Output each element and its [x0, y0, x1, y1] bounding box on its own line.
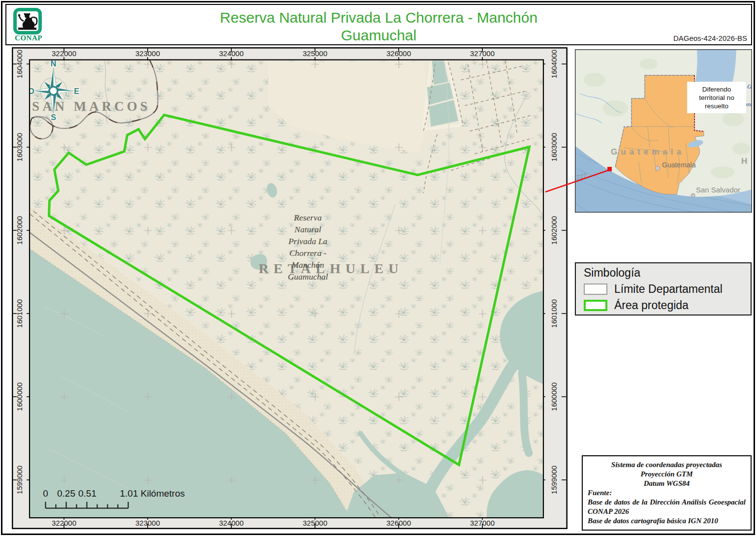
x-tick: 325000 [303, 519, 327, 527]
city-dot [691, 193, 695, 197]
source-label: Fuente: [588, 488, 746, 498]
svg-text:resuelto: resuelto [705, 102, 728, 110]
svg-text:Reserva: Reserva [293, 213, 322, 222]
y-tick: 1603000 [550, 133, 558, 161]
legend-item-protected: Área protegida [584, 299, 751, 312]
inset-country-label: Guatemala [611, 147, 685, 157]
legend-label: Límite Departamental [614, 283, 723, 296]
y-tick: 1602000 [15, 216, 24, 245]
y-tick: 1600000 [15, 382, 24, 411]
svg-text:territorial no: territorial no [699, 94, 734, 101]
header-bar: CONAP Reserva Natural Privada La Chorrer… [5, 4, 752, 45]
credits-box: Sistema de coordenadas proyectadas Proye… [582, 455, 752, 531]
compass-s: S [51, 113, 56, 122]
svg-text:0.51: 0.51 [78, 488, 96, 499]
y-tick: 1604000 [15, 50, 24, 78]
map-canvas: N S E O SAN MARCOS RETALHULEU Reserva Na… [28, 60, 561, 518]
title-line-1: Reserva Natural Privada La Chorrera - Ma… [6, 9, 751, 27]
legend: Simbología Límite Departamental Área pro… [575, 262, 752, 315]
protected-area-swatch [584, 300, 607, 311]
grid-crosses [30, 61, 543, 518]
inset-honduras-partial: H o [741, 157, 752, 166]
legend-item-departmental: Límite Departamental [584, 283, 751, 296]
svg-text:Manchón: Manchón [291, 260, 324, 270]
source-line: Base de datos de la Dirección Análisis G… [588, 498, 746, 516]
legend-label: Área protegida [614, 299, 689, 312]
y-tick: 1600000 [550, 382, 558, 411]
svg-text:0: 0 [43, 488, 48, 499]
inset-san-salvador-label: San Salvador [696, 186, 740, 194]
svg-text:Diferendo: Diferendo [702, 86, 731, 93]
map-sheet: CONAP Reserva Natural Privada La Chorrer… [0, 0, 756, 536]
inset-capital-label: Guatemala [662, 161, 696, 169]
title-line-2: Guamuchal [6, 27, 751, 44]
crs-line: Datum WGS84 [588, 479, 746, 488]
y-tick: 1601000 [15, 299, 24, 328]
x-tick: 324000 [219, 519, 244, 527]
label-retalhuleu: RETALHULEU [259, 261, 404, 276]
svg-text:0.25: 0.25 [57, 488, 75, 499]
capital-dot [656, 166, 660, 171]
svg-text:Privada La: Privada La [288, 236, 327, 246]
x-tick: 326000 [386, 519, 411, 527]
x-tick: 326000 [386, 49, 411, 58]
legend-title: Simbología [584, 266, 751, 280]
inset-location-map: Guatemala Guatemala San Salvador H o G H… [575, 49, 752, 213]
page-title: Reserva Natural Privada La Chorrera - Ma… [6, 9, 751, 44]
x-tick: 322000 [52, 519, 76, 527]
x-tick: 323000 [135, 519, 160, 527]
y-tick: 1599000 [15, 466, 24, 494]
crs-line: Sistema de coordenadas proyectadas [588, 460, 746, 470]
svg-text:Natural: Natural [294, 224, 321, 234]
compass-e: E [74, 87, 79, 95]
departmental-limit-swatch [584, 284, 607, 295]
label-san-marcos: SAN MARCOS [32, 99, 151, 114]
y-tick: 1601000 [550, 299, 558, 328]
x-tick: 327000 [470, 519, 495, 527]
main-map-frame: 322000 323000 324000 325000 326000 32700… [12, 47, 567, 529]
document-code: DAGeos-424-2026-BS [673, 34, 747, 42]
compass-n: N [51, 60, 57, 68]
x-tick: 327000 [470, 49, 495, 58]
x-tick: 322000 [52, 49, 76, 58]
x-tick: 323000 [135, 49, 160, 58]
crs-line: Proyección GTM [588, 470, 746, 479]
y-tick: 1603000 [15, 133, 24, 161]
x-tick: 325000 [303, 49, 327, 58]
y-tick: 1604000 [550, 50, 558, 78]
svg-text:Chorrera -: Chorrera - [289, 248, 327, 258]
svg-text:1.01 Kilómetros: 1.01 Kilómetros [120, 488, 185, 499]
source-line: Base de datos cartografía básica IGN 201… [588, 516, 746, 526]
y-tick: 1599000 [550, 466, 558, 494]
y-tick: 1602000 [550, 216, 558, 245]
x-tick: 324000 [219, 49, 244, 58]
svg-text:Guamuchal: Guamuchal [288, 272, 328, 282]
reserve-marker [607, 167, 612, 171]
